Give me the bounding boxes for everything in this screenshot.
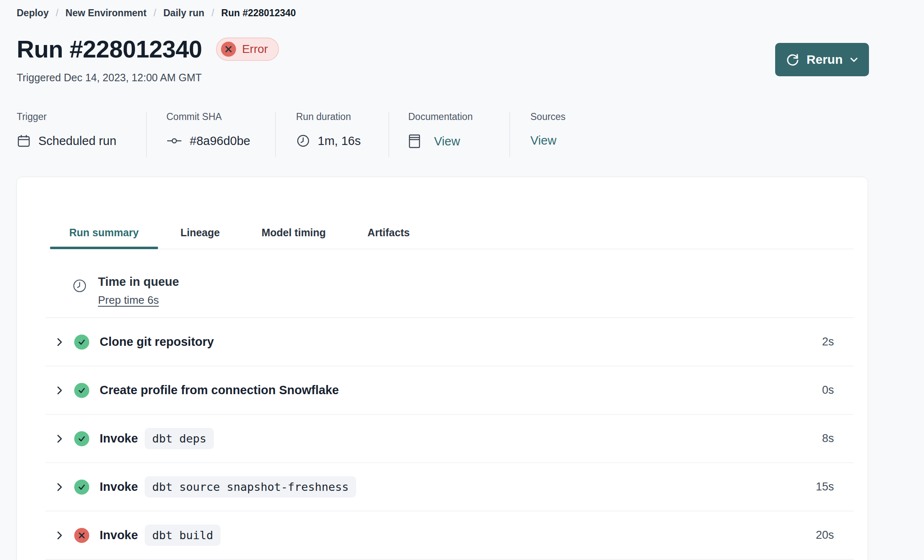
tab-bar: Run summary Lineage Model timing Artifac… [50,219,854,249]
status-badge: Error [216,38,279,61]
step-row-dbt-build[interactable]: Invoke dbt build 20s [45,511,854,560]
prep-time-link[interactable]: Prep time 6s [98,294,159,307]
document-icon [408,134,421,149]
tab-model-timing[interactable]: Model timing [242,219,345,249]
breadcrumb-item-deploy[interactable]: Deploy [17,8,49,19]
divider [510,112,510,157]
refresh-icon [785,52,800,67]
queue-title: Time in queue [98,275,179,289]
status-error-icon [74,528,89,543]
step-duration: 2s [822,335,854,348]
step-title: Invoke [100,528,138,542]
step-row-clone-git[interactable]: Clone git repository 2s [45,318,854,366]
meta-trigger-value: Scheduled run [38,134,116,148]
breadcrumb-item-job[interactable]: Daily run [163,8,204,19]
status-success-icon [74,480,89,495]
chevron-right-icon[interactable] [55,432,64,445]
rerun-button[interactable]: Rerun [775,43,869,76]
step-title: Invoke [100,480,138,494]
meta-commit: Commit SHA #8a96d0be [166,111,250,148]
meta-documentation: Documentation View [408,111,473,149]
calendar-icon [17,134,31,148]
meta-sources-label: Sources [530,111,565,122]
sources-view-link[interactable]: View [530,134,556,148]
tab-lineage[interactable]: Lineage [161,219,239,249]
breadcrumb-item-run: Run #228012340 [221,8,296,19]
step-duration: 20s [816,529,854,542]
step-row-create-profile[interactable]: Create profile from connection Snowflake… [45,366,854,415]
commit-icon [166,134,182,148]
page-title: Run #228012340 [17,35,202,63]
meta-commit-value: #8a96d0be [190,134,250,148]
breadcrumb-separator: / [56,8,58,19]
breadcrumb-separator: / [153,8,156,19]
rerun-button-label: Rerun [806,52,843,67]
meta-duration: Run duration 1m, 16s [296,111,361,148]
chevron-down-icon [849,55,859,65]
chevron-right-icon[interactable] [55,481,64,493]
step-duration: 0s [822,384,854,397]
meta-trigger-label: Trigger [17,111,116,122]
meta-duration-label: Run duration [296,111,361,122]
divider [146,112,147,157]
clock-icon [72,278,87,293]
step-duration: 15s [816,480,854,493]
chevron-right-icon[interactable] [55,336,64,348]
divider [275,112,276,157]
tab-run-summary[interactable]: Run summary [50,219,158,249]
time-in-queue-section: Time in queue Prep time 6s [45,249,854,318]
breadcrumb-separator: / [211,8,214,19]
documentation-view-link[interactable]: View [434,135,460,148]
run-metadata: Trigger Scheduled run Commit SHA [17,111,600,158]
step-title: Clone git repository [100,335,214,349]
status-success-icon [74,431,89,446]
status-success-icon [74,383,89,398]
status-badge-label: Error [242,42,268,56]
step-row-dbt-source-freshness[interactable]: Invoke dbt source snapshot-freshness 15s [45,463,854,511]
error-circle-icon [221,42,236,57]
meta-trigger: Trigger Scheduled run [17,111,116,148]
status-success-icon [74,335,89,350]
tab-artifacts[interactable]: Artifacts [348,219,429,249]
meta-sources: Sources View [530,111,565,148]
meta-duration-value: 1m, 16s [318,134,361,148]
meta-commit-label: Commit SHA [166,111,250,122]
meta-documentation-label: Documentation [408,111,473,122]
step-row-dbt-deps[interactable]: Invoke dbt deps 8s [45,415,854,463]
step-command: dbt source snapshot-freshness [145,476,356,498]
chevron-right-icon[interactable] [55,384,64,397]
run-summary-card: Run summary Lineage Model timing Artifac… [16,177,868,560]
breadcrumb-item-environment[interactable]: New Environment [65,8,146,19]
chevron-right-icon[interactable] [55,529,64,542]
title-row: Run #228012340 Error [17,35,279,63]
triggered-timestamp: Triggered Dec 14, 2023, 12:00 AM GMT [17,72,202,84]
clock-icon [296,134,310,148]
breadcrumb: Deploy / New Environment / Daily run / R… [17,8,296,19]
step-command: dbt deps [145,428,214,449]
step-title: Invoke [100,432,138,445]
step-title: Create profile from connection Snowflake [100,383,339,397]
divider [389,112,389,157]
step-command: dbt build [145,525,221,546]
step-duration: 8s [822,432,854,445]
